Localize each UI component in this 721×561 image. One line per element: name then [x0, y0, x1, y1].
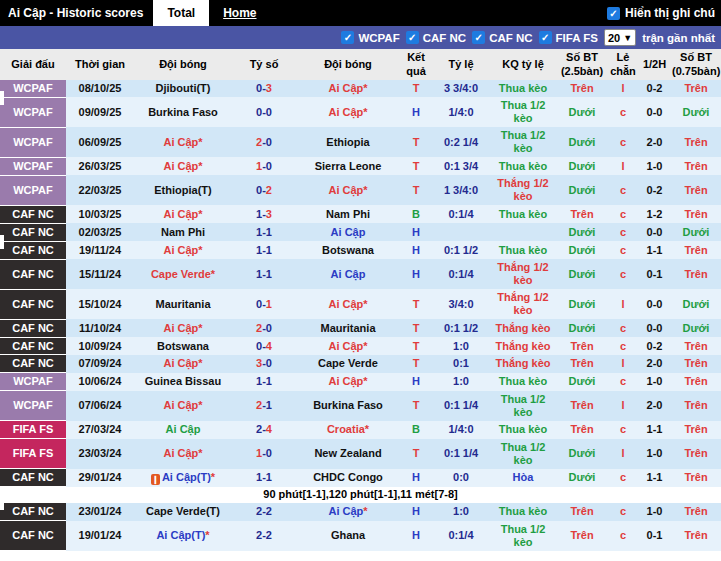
score: 1-0 — [232, 157, 296, 175]
away-team: Ai Cập* — [296, 80, 400, 97]
result-letter: T — [400, 337, 432, 355]
home-team: ❙Ai Cập* — [134, 439, 232, 469]
odds-result: Thắng kèo — [490, 337, 556, 355]
odd-even: c — [608, 421, 638, 439]
league-badge: WCPAF — [0, 391, 66, 421]
away-team: Ai Cập* — [296, 97, 400, 127]
odd-even: l — [608, 289, 638, 319]
over-under-2-5: Trên — [556, 337, 608, 355]
table-row: WCPAF 22/03/25 ❙Ethiopia(T) 0-2 Ai Cập* … — [0, 175, 721, 205]
score: 1-3 — [232, 205, 296, 223]
match-date: 11/10/24 — [66, 319, 134, 337]
league-badge: CAF NC — [0, 241, 66, 259]
handicap-odds: 1/4:0 — [432, 421, 490, 439]
away-team: Ai Cập* — [296, 503, 400, 520]
show-notes-label: Hiển thị ghi chú — [625, 6, 715, 20]
match-date: 27/03/24 — [66, 421, 134, 439]
away-team: Botswana — [296, 241, 400, 259]
col-header-date: Thời gian — [66, 49, 134, 80]
fifafs-checkbox[interactable]: ✓ — [539, 31, 552, 44]
odd-even: c — [608, 97, 638, 127]
score: 2-2 — [232, 521, 296, 551]
table-row: WCPAF 06/09/25 ❙Ai Cập* 2-0 Ethiopia T 0… — [0, 127, 721, 157]
over-under-0-75: Trên — [671, 469, 721, 487]
halftime-score: 0-0 — [638, 223, 671, 241]
handicap-odds: 1 3/4:0 — [432, 175, 490, 205]
filter-wcpaf: ✓ WCPAF — [341, 31, 399, 44]
match-count-select[interactable]: 20 ▼ — [604, 29, 636, 46]
filter-fifafs: ✓ FIFA FS — [539, 31, 598, 44]
halftime-score: 0-1 — [638, 521, 671, 551]
odds-result: Thua 1/2 kèo — [490, 521, 556, 551]
odds-result: Thua kèo — [490, 157, 556, 175]
league-badge: CAF NC — [0, 205, 66, 223]
league-badge: WCPAF — [0, 127, 66, 157]
home-team: ❙Ai Cập* — [134, 157, 232, 175]
table-row: WCPAF 07/06/24 ❙Ai Cập* 2-1 Burkina Faso… — [0, 391, 721, 421]
match-date: 06/09/25 — [66, 127, 134, 157]
home-team: ❙Cape Verde(T) — [134, 503, 232, 520]
odd-even: l — [608, 439, 638, 469]
scores-table: Giải đấu Thời gian Đội bóng Tỷ số Đội bó… — [0, 49, 721, 551]
over-under-0-75: Dưới — [671, 223, 721, 241]
match-date: 09/09/25 — [66, 97, 134, 127]
cafnc-2-checkbox[interactable]: ✓ — [472, 31, 485, 44]
over-under-0-75: Trên — [671, 521, 721, 551]
away-team: Croatia* — [296, 421, 400, 439]
filter-bar: ✓ WCPAF ✓ CAF NC ✓ CAF NC ✓ FIFA FS 20 ▼… — [0, 26, 721, 49]
halftime-score: 2-0 — [638, 127, 671, 157]
home-team: ❙Cape Verde* — [134, 259, 232, 289]
table-row: CAF NC 19/01/24 ❙Ai Cập(T)* 2-2 Ghana H … — [0, 521, 721, 551]
odds-result: Thua kèo — [490, 80, 556, 97]
home-team: ❙Ai Cập* — [134, 241, 232, 259]
over-under-0-75: Dưới — [671, 97, 721, 127]
halftime-score: 1-0 — [638, 439, 671, 469]
handicap-odds — [432, 223, 490, 241]
result-letter: T — [400, 80, 432, 97]
tab-home[interactable]: Home — [209, 0, 270, 26]
header-row: Giải đấu Thời gian Đội bóng Tỷ số Đội bó… — [0, 49, 721, 80]
over-under-0-75: Trên — [671, 127, 721, 157]
result-letter: T — [400, 175, 432, 205]
result-letter: B — [400, 421, 432, 439]
show-notes-checkbox[interactable]: ✓ — [607, 7, 620, 20]
odds-result: Thua kèo — [490, 503, 556, 520]
result-letter: H — [400, 97, 432, 127]
tab-total[interactable]: Total — [153, 0, 209, 26]
over-under-0-75: Trên — [671, 205, 721, 223]
league-badge: WCPAF — [0, 97, 66, 127]
odd-even: c — [608, 337, 638, 355]
score: 2-1 — [232, 391, 296, 421]
odd-even: c — [608, 127, 638, 157]
odd-even: c — [608, 241, 638, 259]
cafnc-1-checkbox[interactable]: ✓ — [406, 31, 419, 44]
match-date: 07/06/24 — [66, 391, 134, 421]
wcpaf-checkbox[interactable]: ✓ — [341, 31, 354, 44]
over-under-0-75: Trên — [671, 80, 721, 97]
col-header-away: Đội bóng — [296, 49, 400, 80]
match-date: 07/09/24 — [66, 355, 134, 373]
league-badge: CAF NC — [0, 469, 66, 487]
col-header-odds-result: KQ tỷ lệ — [490, 49, 556, 80]
home-team: ❙Ai Cập — [134, 421, 232, 439]
over-under-2-5: Trên — [556, 503, 608, 520]
over-under-0-75: Dưới — [671, 289, 721, 319]
odd-even: l — [608, 391, 638, 421]
away-team: Cape Verde — [296, 355, 400, 373]
halftime-score: 0-0 — [638, 97, 671, 127]
league-badge: CAF NC — [0, 503, 66, 520]
over-under-0-75: Trên — [671, 355, 721, 373]
handicap-odds: 3 3/4:0 — [432, 80, 490, 97]
handicap-odds: 1:0 — [432, 373, 490, 391]
home-team: ❙Nam Phi — [134, 223, 232, 241]
home-team: ❙Ai Cập* — [134, 319, 232, 337]
odd-even: l — [608, 355, 638, 373]
handicap-odds: 0:1/4 — [432, 521, 490, 551]
halftime-score: 0-2 — [638, 80, 671, 97]
over-under-2-5: Trên — [556, 391, 608, 421]
away-team: Mauritania — [296, 319, 400, 337]
handicap-odds: 0:1 3/4 — [432, 157, 490, 175]
odds-result: Thua kèo — [490, 205, 556, 223]
filter-cafnc-1: ✓ CAF NC — [406, 31, 466, 44]
league-badge: CAF NC — [0, 289, 66, 319]
